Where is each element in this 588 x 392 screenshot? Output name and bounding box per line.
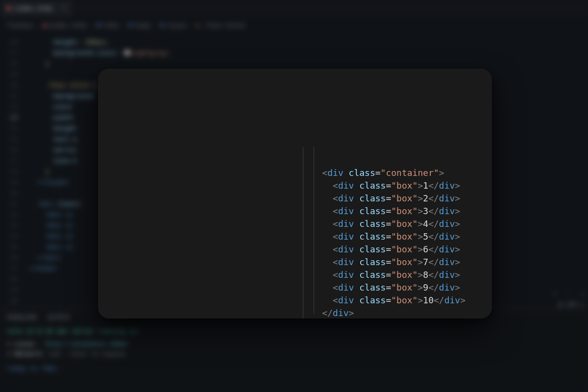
code-line: <div class="box">1</div> — [301, 180, 460, 191]
code-line: <div class="box">6</div> — [301, 244, 460, 254]
line-gutter: 161718 192021 2223 242526 272829 303132 … — [0, 37, 23, 307]
code-line: </div> — [301, 308, 354, 318]
code-snippet: <div class="container"> <div class="box"… — [301, 167, 466, 318]
code-line: <div class="box">7</div> — [301, 257, 460, 267]
breadcrumb-item[interactable]: style — [167, 22, 186, 29]
breadcrumb-item[interactable]: index.html — [49, 22, 87, 29]
breadcrumb-item[interactable]: .flex-child — [202, 22, 245, 29]
code-line: <div class="box">9</div> — [301, 282, 460, 293]
tab-bar: index.html × — [0, 0, 588, 17]
breadcrumb-item[interactable]: html — [103, 22, 119, 29]
terminal-sidebar: + ˅ ⋯ ▮ zsh ▸ ▮ zsh ▸ — [553, 291, 584, 318]
breadcrumb-item[interactable]: body — [135, 22, 150, 29]
file-icon — [7, 6, 11, 10]
code-line: <div class="box">2</div> — [301, 193, 460, 203]
code-line: <div class="box">8</div> — [301, 270, 460, 280]
code-preview-card: <div class="container"> <div class="box"… — [98, 69, 492, 318]
file-tab[interactable]: index.html × — [0, 0, 73, 17]
file-tab-label: index.html — [15, 5, 53, 12]
terminal-panel[interactable]: PROBLEMS OUTPUT vite v2.9.10 dev server … — [0, 309, 588, 392]
breadcrumb: flexbox › index.html › ⊞html › ⊞body › ⊞… — [7, 22, 245, 29]
breadcrumb-item[interactable]: flexbox — [7, 22, 34, 29]
code-line: <div class="box">10</div> — [301, 295, 466, 305]
code-line: <div class="box">4</div> — [301, 219, 460, 229]
code-line: <div class="container"> — [301, 168, 444, 178]
code-line: <div class="box">5</div> — [301, 231, 460, 242]
code-line: <div class="box">3</div> — [301, 206, 460, 216]
close-icon[interactable]: × — [62, 4, 66, 12]
